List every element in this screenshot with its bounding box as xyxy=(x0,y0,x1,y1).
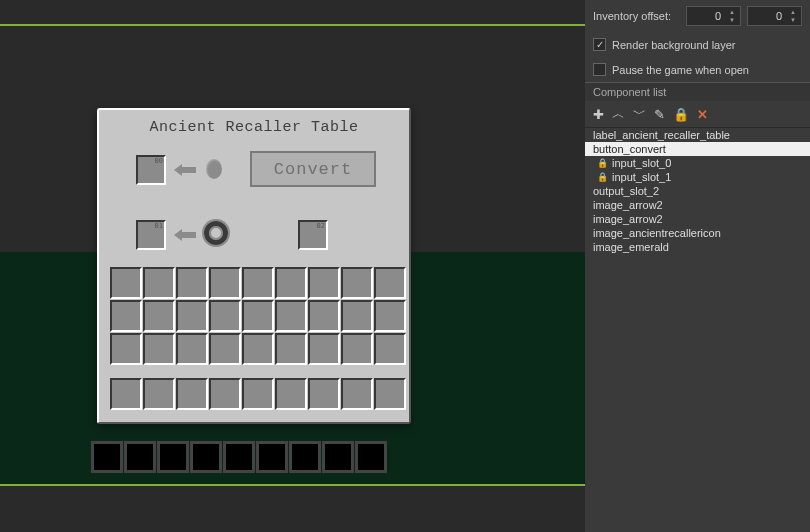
game-hotbar-slot[interactable] xyxy=(91,441,123,473)
component-list-item[interactable]: label_ancient_recaller_table xyxy=(585,128,810,142)
component-item-label: input_slot_0 xyxy=(612,157,671,169)
component-list-item[interactable]: 🔒input_slot_0 xyxy=(585,156,810,170)
inventory-slot[interactable] xyxy=(275,267,307,299)
inventory-slot[interactable] xyxy=(176,267,208,299)
component-list-item[interactable]: image_emerald xyxy=(585,240,810,254)
game-hotbar-slot[interactable] xyxy=(289,441,321,473)
pause-game-row[interactable]: Pause the game when open xyxy=(585,57,810,82)
hotbar-inv-slot[interactable] xyxy=(176,378,208,410)
hotbar-inv-slot[interactable] xyxy=(143,378,175,410)
component-item-label: image_arrow2 xyxy=(593,213,663,225)
spinner-up-icon[interactable]: ▲ xyxy=(725,8,739,16)
component-toolbar: ✚ ︿ ﹀ ✎ 🔒 ✕ xyxy=(585,101,810,128)
component-list-header: Component list xyxy=(585,82,810,101)
inventory-slot[interactable] xyxy=(110,267,142,299)
inventory-slot[interactable] xyxy=(110,300,142,332)
inventory-slot[interactable] xyxy=(374,300,406,332)
slot-index-label: 02 xyxy=(317,222,325,230)
pause-game-checkbox[interactable] xyxy=(593,63,606,76)
render-bg-row[interactable]: ✓ Render background layer xyxy=(585,32,810,57)
inventory-slot[interactable] xyxy=(374,333,406,365)
inventory-slot[interactable] xyxy=(143,300,175,332)
inventory-slot[interactable] xyxy=(341,333,373,365)
game-hotbar-slot[interactable] xyxy=(124,441,156,473)
game-hotbar-slot[interactable] xyxy=(256,441,288,473)
spinner-down-icon[interactable]: ▼ xyxy=(786,16,800,24)
render-bg-label: Render background layer xyxy=(612,39,736,51)
component-list-item[interactable]: button_convert xyxy=(585,142,810,156)
gui-panel[interactable]: Ancient Recaller Table 00 Convert 01 02 xyxy=(97,108,411,424)
component-list-item[interactable]: image_arrow2 xyxy=(585,212,810,226)
inventory-slot[interactable] xyxy=(341,267,373,299)
component-item-label: output_slot_2 xyxy=(593,185,659,197)
component-list: label_ancient_recaller_tablebutton_conve… xyxy=(585,128,810,254)
hotbar-inv-slot[interactable] xyxy=(341,378,373,410)
output-slot-2[interactable]: 02 xyxy=(298,220,328,250)
inventory-slot[interactable] xyxy=(242,333,274,365)
add-component-icon[interactable]: ✚ xyxy=(593,107,604,122)
hotbar-inv-slot[interactable] xyxy=(242,378,274,410)
hotbar-inv-slot[interactable] xyxy=(209,378,241,410)
hotbar-inv-slot[interactable] xyxy=(275,378,307,410)
ancient-recaller-icon[interactable] xyxy=(204,221,228,245)
input-slot-1[interactable]: 01 xyxy=(136,220,166,250)
inventory-slot[interactable] xyxy=(308,300,340,332)
edit-icon[interactable]: ✎ xyxy=(654,107,665,122)
offset-y-spinner[interactable]: ▲▼ xyxy=(747,6,802,26)
inventory-slot[interactable] xyxy=(242,300,274,332)
game-hotbar-slot[interactable] xyxy=(322,441,354,473)
inventory-slot[interactable] xyxy=(209,333,241,365)
hotbar-inv-slot[interactable] xyxy=(374,378,406,410)
game-hotbar-slot[interactable] xyxy=(190,441,222,473)
component-list-item[interactable]: image_ancientrecallericon xyxy=(585,226,810,240)
canvas-bottom-strip xyxy=(0,484,585,532)
inventory-slot[interactable] xyxy=(143,333,175,365)
inventory-slot[interactable] xyxy=(275,300,307,332)
component-list-item[interactable]: 🔒input_slot_1 xyxy=(585,170,810,184)
input-slot-0[interactable]: 00 xyxy=(136,155,166,185)
component-list-item[interactable]: image_arrow2 xyxy=(585,198,810,212)
delete-icon[interactable]: ✕ xyxy=(697,107,708,122)
inventory-slot[interactable] xyxy=(275,333,307,365)
inventory-offset-label: Inventory offset: xyxy=(593,10,680,22)
offset-x-spinner[interactable]: ▲▼ xyxy=(686,6,741,26)
arrow-icon[interactable] xyxy=(174,229,196,241)
inventory-slot[interactable] xyxy=(374,267,406,299)
spinner-up-icon[interactable]: ▲ xyxy=(786,8,800,16)
offset-x-input[interactable] xyxy=(687,10,725,22)
editor-canvas: Ancient Recaller Table 00 Convert 01 02 xyxy=(0,0,585,532)
hotbar-inv-slot[interactable] xyxy=(110,378,142,410)
inventory-slot[interactable] xyxy=(308,267,340,299)
component-item-label: input_slot_1 xyxy=(612,171,671,183)
emerald-icon[interactable] xyxy=(206,159,222,179)
game-hotbar-slot[interactable] xyxy=(355,441,387,473)
move-down-icon[interactable]: ﹀ xyxy=(633,105,646,123)
inventory-offset-row: Inventory offset: ▲▼ ▲▼ xyxy=(585,0,810,32)
inventory-slot[interactable] xyxy=(176,300,208,332)
component-list-item[interactable]: output_slot_2 xyxy=(585,184,810,198)
hotbar-inv-slot[interactable] xyxy=(308,378,340,410)
inventory-slot[interactable] xyxy=(209,267,241,299)
offset-y-input[interactable] xyxy=(748,10,786,22)
convert-button[interactable]: Convert xyxy=(250,151,376,187)
move-up-icon[interactable]: ︿ xyxy=(612,105,625,123)
pause-game-label: Pause the game when open xyxy=(612,64,749,76)
inventory-slot[interactable] xyxy=(308,333,340,365)
component-item-label: image_emerald xyxy=(593,241,669,253)
game-hotbar-slot[interactable] xyxy=(223,441,255,473)
inventory-slot[interactable] xyxy=(209,300,241,332)
spinner-down-icon[interactable]: ▼ xyxy=(725,16,739,24)
component-item-label: image_ancientrecallericon xyxy=(593,227,721,239)
inventory-slot[interactable] xyxy=(110,333,142,365)
component-item-label: label_ancient_recaller_table xyxy=(593,129,730,141)
gui-title-label[interactable]: Ancient Recaller Table xyxy=(99,110,409,136)
game-hotbar-slot[interactable] xyxy=(157,441,189,473)
render-bg-checkbox[interactable]: ✓ xyxy=(593,38,606,51)
inventory-slot[interactable] xyxy=(176,333,208,365)
inventory-slot[interactable] xyxy=(242,267,274,299)
component-item-label: image_arrow2 xyxy=(593,199,663,211)
inventory-slot[interactable] xyxy=(143,267,175,299)
arrow-icon[interactable] xyxy=(174,164,196,176)
lock-icon[interactable]: 🔒 xyxy=(673,107,689,122)
inventory-slot[interactable] xyxy=(341,300,373,332)
